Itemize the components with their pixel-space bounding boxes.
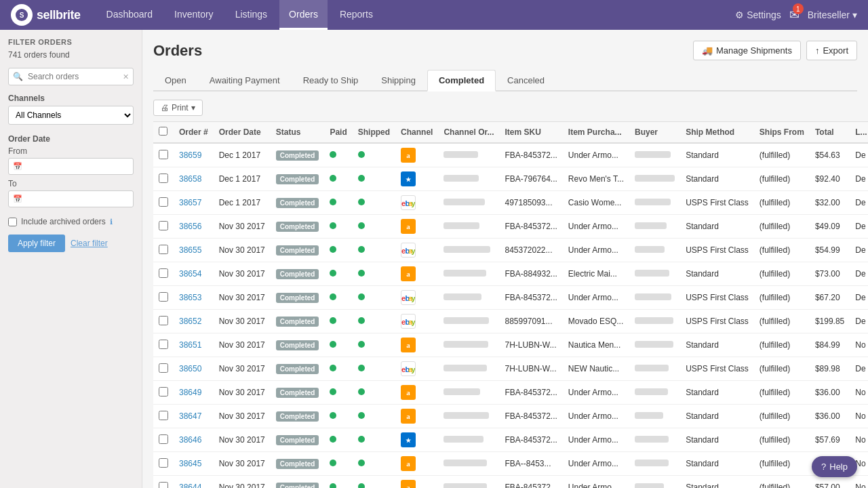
paid-indicator <box>330 341 336 348</box>
row-checkbox[interactable] <box>159 316 168 325</box>
row-checkbox[interactable] <box>159 197 168 207</box>
export-button[interactable]: ↑ Export <box>806 41 857 60</box>
status-badge: Completed <box>276 459 319 469</box>
status-badge: Completed <box>276 483 319 488</box>
to-date-input[interactable]: 📅 <box>8 190 134 207</box>
nav-reports[interactable]: Reports <box>330 0 382 30</box>
shipped-indicator <box>358 388 365 395</box>
buyer-name <box>635 246 665 253</box>
col-paid: Paid <box>324 122 352 144</box>
item-purchase: Under Armo... <box>563 381 629 405</box>
from-date-input[interactable]: 📅 <box>8 158 134 175</box>
item-sku: FBA-845372... <box>499 143 562 167</box>
info-icon[interactable]: ℹ <box>110 218 113 226</box>
row-checkbox[interactable] <box>159 292 168 302</box>
print-button[interactable]: 🖨 Print ▾ <box>153 100 203 116</box>
svg-text:y: y <box>412 199 415 207</box>
order-link[interactable]: 38646 <box>179 435 201 445</box>
buyer-name <box>635 151 671 158</box>
tab-canceled[interactable]: Canceled <box>496 70 556 92</box>
row-checkbox[interactable] <box>159 268 168 278</box>
row-checkbox[interactable] <box>159 363 168 373</box>
order-link[interactable]: 38651 <box>179 340 201 350</box>
channel-logo: ebay <box>401 243 416 258</box>
order-link[interactable]: 38644 <box>179 483 201 488</box>
order-link[interactable]: 38655 <box>179 245 201 255</box>
ship-method: Standard <box>680 333 754 357</box>
row-checkbox[interactable] <box>159 174 168 183</box>
item-purchase: Under Armo... <box>563 143 629 167</box>
order-link[interactable]: 38647 <box>179 411 201 421</box>
order-link[interactable]: 38657 <box>179 198 201 207</box>
order-link[interactable]: 38649 <box>179 388 201 397</box>
clear-search-icon[interactable]: ✕ <box>123 73 129 81</box>
buyer-name <box>635 317 673 324</box>
tab-ready-to-ship[interactable]: Ready to Ship <box>292 70 370 92</box>
nav-listings[interactable]: Listings <box>226 0 277 30</box>
paid-indicator <box>330 365 336 371</box>
print-bar: 🖨 Print ▾ <box>153 100 857 116</box>
order-link[interactable]: 38652 <box>179 317 201 326</box>
select-all-checkbox[interactable] <box>159 127 167 136</box>
buyer-name <box>635 270 669 277</box>
nav-inventory[interactable]: Inventory <box>165 0 223 30</box>
row-checkbox[interactable] <box>159 411 168 420</box>
ship-method: USPS First Class <box>680 310 754 333</box>
channel-logo: a <box>401 219 416 234</box>
nav-orders[interactable]: Orders <box>279 0 328 30</box>
order-link[interactable]: 38658 <box>179 174 201 184</box>
row-checkbox[interactable] <box>159 482 168 489</box>
last-col: No <box>850 476 868 489</box>
logo[interactable]: S sellbrite <box>11 4 81 26</box>
row-checkbox[interactable] <box>159 387 168 396</box>
channels-select[interactable]: All Channels <box>8 106 134 125</box>
status-badge: Completed <box>276 198 319 208</box>
search-input[interactable] <box>8 68 134 85</box>
order-link[interactable]: 38645 <box>179 459 201 468</box>
tab-open[interactable]: Open <box>153 70 198 92</box>
clear-filter-button[interactable]: Clear filter <box>71 239 108 248</box>
ship-method: Standard <box>680 262 754 286</box>
order-date: Dec 1 2017 <box>214 143 271 167</box>
order-link[interactable]: 38654 <box>179 269 201 279</box>
order-link[interactable]: 38659 <box>179 150 201 160</box>
table-row: 38651 Nov 30 2017 Completed a 7H-LUBN-W.… <box>153 333 868 357</box>
table-row: 38646 Nov 30 2017 Completed ★ FBA-845372… <box>153 428 868 452</box>
row-checkbox[interactable] <box>159 434 168 444</box>
item-purchase: Under Armo... <box>563 476 629 489</box>
settings-button[interactable]: ⚙ Settings <box>735 9 781 20</box>
manage-shipments-button[interactable]: 🚚 Manage Shipments <box>693 41 801 60</box>
buyer-name <box>635 436 669 443</box>
table-row: 38645 Nov 30 2017 Completed a FBA--8453.… <box>153 452 868 476</box>
question-icon: ? <box>821 462 826 472</box>
row-checkbox[interactable] <box>159 221 168 230</box>
order-link[interactable]: 38650 <box>179 364 201 373</box>
nav-dashboard[interactable]: Dashboard <box>97 0 163 30</box>
order-link[interactable]: 38653 <box>179 293 201 302</box>
main-layout: FILTER ORDERS 741 orders found 🔍 ✕ Chann… <box>0 30 868 488</box>
order-date: Nov 30 2017 <box>214 286 271 310</box>
row-checkbox[interactable] <box>159 150 168 159</box>
tab-shipping[interactable]: Shipping <box>370 70 427 92</box>
col-item-sku: Item SKU <box>499 122 562 144</box>
ship-method: Standard <box>680 143 754 167</box>
order-link[interactable]: 38656 <box>179 222 201 231</box>
archived-checkbox[interactable] <box>8 218 17 226</box>
paid-indicator <box>330 388 336 395</box>
shipped-indicator <box>358 341 365 348</box>
paid-indicator <box>330 151 336 158</box>
help-button[interactable]: ? Help <box>812 456 857 477</box>
row-checkbox[interactable] <box>159 340 168 349</box>
tab-awaiting-payment[interactable]: Awaiting Payment <box>198 70 292 92</box>
last-col: No <box>850 405 868 428</box>
last-col: No <box>850 428 868 452</box>
ships-from: (fulfilled) <box>754 143 810 167</box>
row-checkbox[interactable] <box>159 245 168 254</box>
row-checkbox[interactable] <box>159 458 168 468</box>
notifications-button[interactable]: ✉ 1 <box>789 7 800 22</box>
total: $36.00 <box>810 405 850 428</box>
user-menu-button[interactable]: Briteseller ▾ <box>808 9 857 20</box>
item-purchase: Revo Men's T... <box>563 167 629 191</box>
apply-filter-button[interactable]: Apply filter <box>8 235 65 252</box>
tab-completed[interactable]: Completed <box>427 70 496 92</box>
